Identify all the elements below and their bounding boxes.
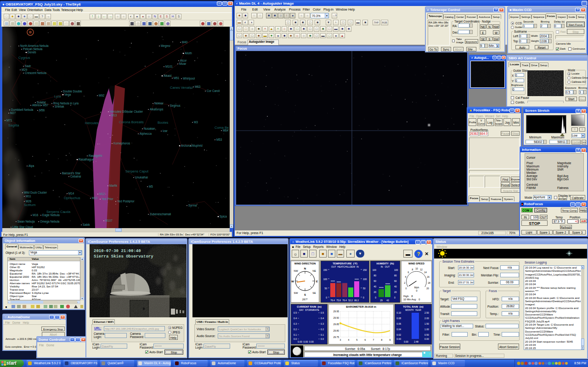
svg-text:M27: M27 <box>10 111 16 115</box>
svg-text:2.00: 2.00 <box>424 317 429 320</box>
svg-text:M57: M57 <box>43 103 49 107</box>
svg-text:Sagitta: Sagitta <box>8 123 19 127</box>
svg-text:76.4: 76.4 <box>330 299 335 302</box>
svg-text:W: W <box>291 280 294 283</box>
svg-text:9: 9 <box>390 338 391 341</box>
svg-text:Sheliak: Sheliak <box>55 105 65 108</box>
svg-text:Bootes: Bootes <box>158 120 169 125</box>
svg-text:60: 60 <box>394 280 397 282</box>
svg-text:40: 40 <box>394 285 397 288</box>
svg-text:Pelican Nebula: Pelican Nebula <box>23 47 43 51</box>
svg-text:0.4: 0.4 <box>294 317 297 320</box>
svg-text:0.1: 0.1 <box>294 333 297 336</box>
svg-text:86.3: 86.3 <box>354 299 359 302</box>
svg-text:Izar: Izar <box>163 129 168 132</box>
svg-text:0.04: 0.04 <box>396 328 401 331</box>
svg-text:Alioth: Alioth <box>185 52 192 55</box>
svg-text:Yed Prior: Yed Prior <box>102 197 113 201</box>
svg-text:Crescent Nebula: Crescent Nebula <box>25 71 46 75</box>
svg-text:29.95: 29.95 <box>333 310 339 313</box>
svg-text:Omega Nebula: Omega Nebula <box>40 220 60 224</box>
svg-text:0.5: 0.5 <box>321 311 324 314</box>
svg-text:7: 7 <box>373 338 374 341</box>
svg-text:Barnard's Star: Barnard's Star <box>62 172 80 175</box>
svg-text:0: 0 <box>363 296 364 299</box>
svg-text:0.2: 0.2 <box>294 328 297 331</box>
svg-text:Serpens Caput: Serpens Caput <box>125 169 149 173</box>
svg-text:0.00: 0.00 <box>404 340 408 343</box>
svg-text:29: 29 <box>380 299 383 302</box>
svg-text:100: 100 <box>373 269 377 271</box>
svg-text:Megrez: Megrez <box>161 44 170 48</box>
svg-text:M101: M101 <box>165 65 173 68</box>
svg-text:M5: M5 <box>149 185 153 188</box>
svg-text:Coma Be: Coma Be <box>215 126 229 130</box>
svg-text:Sierra Skies Observatory: Sierra Skies Observatory <box>94 254 153 259</box>
svg-text:Ophiuchus: Ophiuchus <box>64 196 80 200</box>
svg-text:Syrma: Syrma <box>188 204 197 207</box>
svg-text:1.00: 1.00 <box>424 328 429 331</box>
svg-text:M16: M16 <box>33 213 39 217</box>
svg-text:40: 40 <box>373 285 376 288</box>
svg-text:0.06: 0.06 <box>396 322 401 325</box>
svg-text:20: 20 <box>373 291 376 293</box>
svg-text:1.50: 1.50 <box>424 322 429 325</box>
svg-text:Nusakan: Nusakan <box>144 127 155 130</box>
svg-text:M3: M3 <box>194 120 198 124</box>
svg-text:80: 80 <box>373 274 376 277</box>
svg-text:0: 0 <box>394 296 396 299</box>
svg-text:Mph: Mph <box>414 286 419 289</box>
svg-text:Unukalhai: Unukalhai <box>135 176 148 179</box>
svg-text:Corona Borealis: Corona Borealis <box>119 120 144 124</box>
svg-text:3: 3 <box>340 338 341 341</box>
svg-text:NE: NE <box>312 270 316 272</box>
svg-text:50: 50 <box>363 287 366 290</box>
svg-text:Alya: Alya <box>28 164 34 168</box>
svg-text:100: 100 <box>363 278 367 281</box>
svg-text:0.00: 0.00 <box>396 338 401 340</box>
svg-text:Alkaid: Alkaid <box>164 74 172 77</box>
svg-text:Sadr: Sadr <box>25 64 31 68</box>
svg-text:M14: M14 <box>68 192 74 195</box>
svg-text:S: S <box>304 293 306 296</box>
svg-text:Nekkar: Nekkar <box>154 102 164 105</box>
svg-text:0.00: 0.00 <box>424 338 429 340</box>
svg-text:M12: M12 <box>99 192 105 195</box>
svg-text:Seginus: Seginus <box>170 104 181 108</box>
svg-text:75.8: 75.8 <box>336 299 341 302</box>
svg-text:NW: NW <box>294 270 298 272</box>
svg-text:80: 80 <box>394 274 397 277</box>
svg-text:Rasalgethi: Rasalgethi <box>89 154 102 158</box>
svg-text:0: 0 <box>406 287 407 290</box>
svg-text:Eagle Nebula: Eagle Nebula <box>42 213 60 217</box>
svg-text:0.3: 0.3 <box>294 322 297 325</box>
svg-text:29.80: 29.80 <box>333 329 339 332</box>
svg-text:16: 16 <box>427 275 430 278</box>
svg-text:M92: M92 <box>99 94 105 97</box>
svg-text:4: 4 <box>348 338 350 341</box>
svg-text:Rasalhague: Rasalhague <box>79 158 94 161</box>
svg-text:150: 150 <box>363 269 367 271</box>
svg-text:0: 0 <box>375 296 376 299</box>
svg-text:Lyra: Lyra <box>54 94 61 98</box>
svg-text:0.10: 0.10 <box>396 311 401 314</box>
svg-text:43: 43 <box>386 299 389 302</box>
svg-text:0.02: 0.02 <box>396 333 401 336</box>
svg-text:Canes Venatici: Canes Venatici <box>170 86 193 90</box>
svg-text:Marfik: Marfik <box>109 184 118 187</box>
svg-text:0.0: 0.0 <box>294 338 297 340</box>
svg-text:Sabik: Sabik <box>83 223 90 226</box>
svg-text:M56: M56 <box>39 109 45 112</box>
svg-text:2.48: 2.48 <box>414 340 418 343</box>
svg-text:50: 50 <box>324 287 327 290</box>
svg-text:Kornephoros: Kornephoros <box>113 142 130 145</box>
svg-text:2010-07-30 21:00:40: 2010-07-30 21:00:40 <box>94 249 141 253</box>
svg-text:60: 60 <box>373 280 376 282</box>
svg-text:Dumbbell Nebula: Dumbbell Nebula <box>11 108 34 111</box>
svg-text:10: 10 <box>415 267 418 270</box>
svg-text:Swan Nebula: Swan Nebula <box>17 220 35 223</box>
svg-text:Yed Posterior: Yed Posterior <box>117 200 135 203</box>
svg-text:29.85: 29.85 <box>333 323 339 326</box>
svg-text:0.00 0.00 0.00: 0.00 0.00 0.00 <box>298 340 314 343</box>
svg-text:12: 12 <box>420 268 423 271</box>
